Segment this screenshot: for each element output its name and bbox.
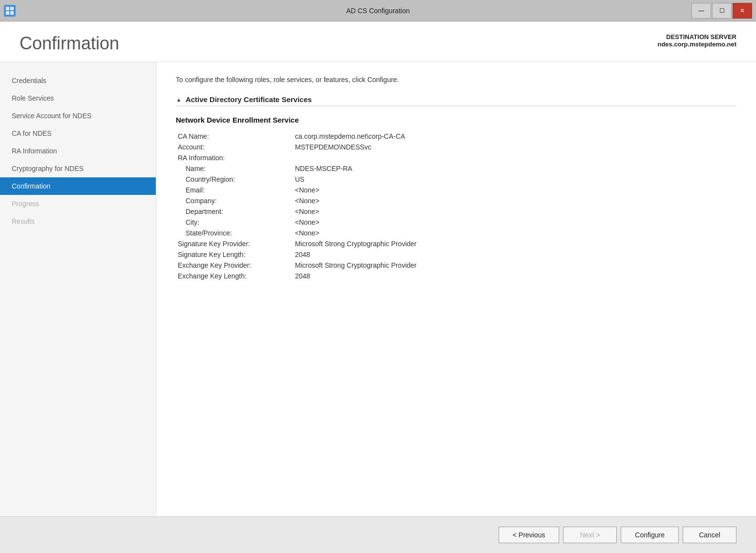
table-row: Email:<None> xyxy=(176,185,736,195)
field-value: 2048 xyxy=(293,271,736,281)
field-label: Signature Key Provider: xyxy=(176,238,293,249)
sidebar-item-role-services[interactable]: Role Services xyxy=(0,89,156,107)
section-header: ▲ Active Directory Certificate Services xyxy=(176,95,736,104)
field-label: City: xyxy=(176,217,293,228)
minimize-button[interactable]: — xyxy=(692,3,711,19)
app-icon xyxy=(4,5,16,17)
service-title: Network Device Enrollment Service xyxy=(176,116,736,124)
sidebar-item-results: Results xyxy=(0,213,156,230)
table-row: Company:<None> xyxy=(176,195,736,206)
sidebar-item-service-account-for-ndes[interactable]: Service Account for NDES xyxy=(0,107,156,125)
title-bar: AD CS Configuration — ☐ ✕ xyxy=(0,0,756,21)
sidebar-item-confirmation[interactable]: Confirmation xyxy=(0,177,156,195)
field-label: Signature Key Length: xyxy=(176,249,293,260)
close-button[interactable]: ✕ xyxy=(733,3,752,19)
field-value: <None> xyxy=(293,217,736,228)
field-value: Microsoft Strong Cryptographic Provider xyxy=(293,238,736,249)
table-row: Account:MSTEPDEMO\NDESSvc xyxy=(176,142,736,152)
table-row: State/Province:<None> xyxy=(176,228,736,238)
svg-rect-0 xyxy=(6,7,9,10)
field-label: Name: xyxy=(176,163,293,174)
field-value: NDES-MSCEP-RA xyxy=(293,163,736,174)
sidebar: CredentialsRole ServicesService Account … xyxy=(0,62,156,516)
svg-rect-3 xyxy=(10,11,14,15)
table-row: Department:<None> xyxy=(176,206,736,217)
field-label: Exchange Key Length: xyxy=(176,271,293,281)
field-value: 2048 xyxy=(293,249,736,260)
field-label: Exchange Key Provider: xyxy=(176,260,293,271)
footer: < Previous Next > Configure Cancel xyxy=(0,516,756,553)
svg-rect-2 xyxy=(6,11,9,15)
maximize-button[interactable]: ☐ xyxy=(712,3,732,19)
window-controls: — ☐ ✕ xyxy=(692,3,752,19)
chevron-icon: ▲ xyxy=(176,96,182,103)
server-info: DESTINATION SERVER ndes.corp.mstepdemo.n… xyxy=(657,33,736,48)
table-row: Name:NDES-MSCEP-RA xyxy=(176,163,736,174)
table-row: Signature Key Provider:Microsoft Strong … xyxy=(176,238,736,249)
server-label: DESTINATION SERVER xyxy=(657,33,736,41)
window-title: AD CS Configuration xyxy=(346,7,410,15)
window: Confirmation DESTINATION SERVER ndes.cor… xyxy=(0,21,756,553)
sidebar-item-ra-information[interactable]: RA Information xyxy=(0,142,156,160)
field-label: Email: xyxy=(176,185,293,195)
sidebar-item-cryptography-for-ndes[interactable]: Cryptography for NDES xyxy=(0,160,156,177)
header: Confirmation DESTINATION SERVER ndes.cor… xyxy=(0,21,756,62)
main-content: To configure the following roles, role s… xyxy=(156,62,756,516)
sidebar-item-progress: Progress xyxy=(0,195,156,213)
field-label: State/Province: xyxy=(176,228,293,238)
svg-rect-1 xyxy=(10,7,14,10)
field-value: Microsoft Strong Cryptographic Provider xyxy=(293,260,736,271)
table-row: RA Information: xyxy=(176,152,736,163)
table-row: CA Name:ca.corp.mstepdemo.net\corp-CA-CA xyxy=(176,131,736,142)
sidebar-item-ca-for-ndes[interactable]: CA for NDES xyxy=(0,125,156,142)
field-value: US xyxy=(293,174,736,185)
field-label: RA Information: xyxy=(176,152,293,163)
field-value: <None> xyxy=(293,206,736,217)
content-area: CredentialsRole ServicesService Account … xyxy=(0,62,756,516)
previous-button[interactable]: < Previous xyxy=(499,527,560,543)
table-row: Exchange Key Provider:Microsoft Strong C… xyxy=(176,260,736,271)
field-label: Account: xyxy=(176,142,293,152)
field-value: ca.corp.mstepdemo.net\corp-CA-CA xyxy=(293,131,736,142)
table-row: City:<None> xyxy=(176,217,736,228)
page-title: Confirmation xyxy=(20,33,119,54)
section-title: Active Directory Certificate Services xyxy=(186,95,312,104)
next-button[interactable]: Next > xyxy=(563,527,617,543)
field-label: Company: xyxy=(176,195,293,206)
field-value xyxy=(293,152,736,163)
intro-text: To configure the following roles, role s… xyxy=(176,76,736,84)
field-label: Department: xyxy=(176,206,293,217)
field-value: <None> xyxy=(293,195,736,206)
field-label: Country/Region: xyxy=(176,174,293,185)
field-value: MSTEPDEMO\NDESSvc xyxy=(293,142,736,152)
configure-button[interactable]: Configure xyxy=(621,527,679,543)
table-row: Exchange Key Length:2048 xyxy=(176,271,736,281)
info-table: CA Name:ca.corp.mstepdemo.net\corp-CA-CA… xyxy=(176,131,736,281)
field-value: <None> xyxy=(293,185,736,195)
title-bar-left xyxy=(4,5,16,17)
sidebar-item-credentials[interactable]: Credentials xyxy=(0,72,156,89)
cancel-button[interactable]: Cancel xyxy=(683,527,736,543)
section-divider xyxy=(176,106,736,106)
table-row: Country/Region:US xyxy=(176,174,736,185)
field-value: <None> xyxy=(293,228,736,238)
server-name: ndes.corp.mstepdemo.net xyxy=(657,41,736,48)
field-label: CA Name: xyxy=(176,131,293,142)
table-row: Signature Key Length:2048 xyxy=(176,249,736,260)
